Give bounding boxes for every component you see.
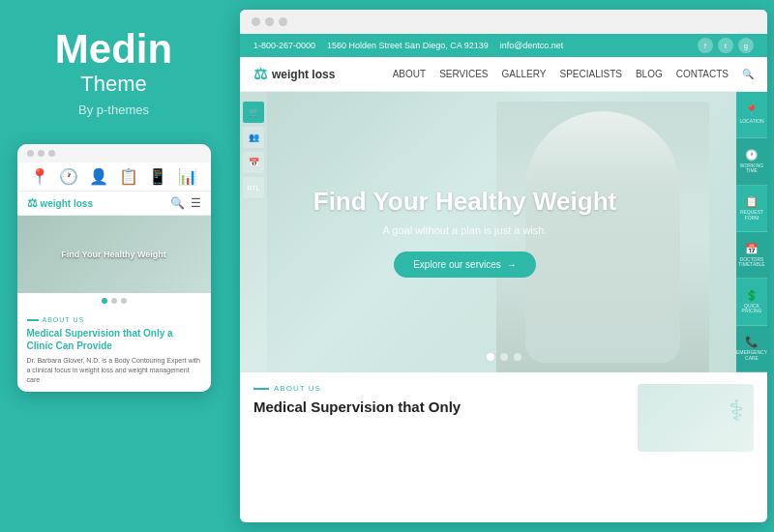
search-icon[interactable]: 🔍 (170, 196, 185, 210)
clock-icon: 🕐 (59, 167, 78, 186)
menu-icon[interactable]: ☰ (191, 196, 201, 210)
mobile-slide-dots (17, 293, 211, 309)
site-top-bar-right: f t g (698, 38, 754, 53)
brand-author: By p-themes (78, 103, 149, 117)
clipboard-icon: 📋 (119, 167, 138, 186)
nav-about[interactable]: ABOUT (393, 69, 426, 79)
mobile-logo: ⚖ weight loss (27, 196, 93, 210)
below-hero-image: ⚕ (638, 384, 754, 452)
clock-icon: 🕐 (745, 149, 759, 162)
nav-contacts[interactable]: CONTACTS (676, 69, 729, 79)
mobile-dot-2 (38, 150, 45, 157)
toolbar-cart[interactable]: 🛒 (243, 102, 264, 123)
below-hero-about-label: About us (253, 384, 624, 393)
address-info: 1560 Holden Street San Diego, CA 92139 (327, 41, 489, 50)
mobile-about-label: About us (27, 316, 201, 323)
search-icon[interactable]: 🔍 (742, 69, 754, 79)
mobile-nav-icons: 🔍 ☰ (170, 196, 201, 210)
left-panel: Medin Theme By p-themes 📍 🕐 👤 📋 📱 📊 ⚖ we… (0, 0, 227, 532)
nav-services[interactable]: SERVICES (439, 69, 488, 79)
phone-info: 1-800-267-0000 (253, 41, 315, 50)
site-below-hero: About us Medical Supervision that Only ⚕ (240, 372, 767, 463)
site-logo: ⚖ weight loss (253, 65, 335, 83)
nav-specialists[interactable]: SPECIALISTS (559, 69, 621, 79)
hero-dot-3[interactable] (514, 353, 521, 361)
hero-left-toolbar: 🛒 👥 📅 RTL (240, 92, 267, 372)
pricing-icon: 💲 (745, 289, 759, 302)
mobile-dot-3 (48, 150, 55, 157)
toolbar-people[interactable]: 👥 (243, 127, 264, 148)
browser-top-bar (240, 10, 767, 34)
nav-blog[interactable]: BLOG (636, 69, 663, 79)
twitter-icon[interactable]: t (718, 38, 733, 53)
site-top-bar: 1-800-267-0000 1560 Holden Street San Di… (240, 34, 767, 57)
browser-dot-2 (265, 17, 274, 26)
mobile-about-desc: Dr. Barbara Glover, N.D. is a Body Conto… (27, 356, 201, 384)
below-hero-title: Medical Supervision that Only (253, 398, 624, 417)
browser-dot-3 (279, 17, 287, 26)
mobile-hero-text: Find Your Healthy Weight (61, 250, 166, 259)
site-top-bar-left: 1-800-267-0000 1560 Holden Street San Di… (253, 41, 563, 50)
location-icon: 📍 (30, 167, 49, 186)
toolbar-calendar[interactable]: 📅 (243, 152, 264, 173)
hero-dot-1[interactable] (487, 353, 494, 361)
mobile-about-section: About us Medical Supervision that Only a… (17, 309, 211, 392)
mobile-dot-1 (27, 150, 34, 157)
location-icon: 📍 (745, 104, 759, 117)
chart-icon: 📊 (178, 167, 197, 186)
hero-slide-dots (487, 353, 521, 361)
sidebar-timetable[interactable]: 📅 DOCTORS TIMETABLE (736, 232, 767, 279)
slide-dot-3[interactable] (121, 298, 127, 304)
slide-dot-2[interactable] (111, 298, 117, 304)
sidebar-emergency[interactable]: 📞 EMERGENCY CARE (736, 326, 767, 372)
browser-dot-1 (252, 17, 260, 26)
form-icon: 📋 (745, 195, 759, 208)
slide-dot-1[interactable] (102, 298, 107, 304)
nav-gallery[interactable]: GALLERY (502, 69, 547, 79)
below-hero-content: About us Medical Supervision that Only (253, 384, 624, 452)
mobile-mockup: 📍 🕐 👤 📋 📱 📊 ⚖ weight loss 🔍 ☰ Find Your … (17, 144, 211, 392)
mobile-icons-row: 📍 🕐 👤 📋 📱 📊 (17, 163, 211, 192)
sidebar-working-time[interactable]: 🕐 WORKING TIME (736, 138, 767, 185)
site-nav: ABOUT SERVICES GALLERY SPECIALISTS BLOG … (393, 69, 754, 79)
phone-icon: 📱 (148, 167, 167, 186)
google-icon[interactable]: g (738, 38, 754, 53)
toolbar-rtl[interactable]: RTL (243, 177, 264, 198)
explore-services-button[interactable]: Explore our services (394, 251, 536, 278)
site-header: ⚖ weight loss ABOUT SERVICES GALLERY SPE… (240, 57, 767, 92)
calendar-icon: 📅 (745, 243, 759, 255)
hero-subtitle: A goal without a plan is just a wish. (313, 224, 616, 236)
dna-icon: ⚕ (729, 394, 744, 428)
logo-icon: ⚖ (253, 65, 267, 83)
facebook-icon[interactable]: f (698, 38, 713, 53)
brand-title: Medin (55, 29, 172, 70)
email-info: info@dentco.net (500, 41, 564, 50)
hero-right-sidebar: 📍 LOCATION 🕐 WORKING TIME 📋 REQUEST FORM… (736, 92, 767, 372)
hero-title: Find Your Healthy Weight (313, 187, 616, 217)
mobile-top-bar (17, 144, 211, 163)
sidebar-request-form[interactable]: 📋 REQUEST FORM (736, 186, 767, 232)
mobile-about-title: Medical Supervision that Only a Clinic C… (27, 327, 201, 352)
hero-content: Find Your Healthy Weight A goal without … (313, 187, 616, 278)
phone-icon: 📞 (745, 336, 759, 348)
user-icon: 👤 (89, 167, 108, 186)
site-hero: 🛒 👥 📅 RTL Find Your Healthy Weight A goa… (240, 92, 767, 372)
brand-subtitle: Theme (80, 72, 146, 97)
browser-mockup: 1-800-267-0000 1560 Holden Street San Di… (240, 10, 767, 522)
sidebar-pricing[interactable]: 💲 QUICK PRICING (736, 279, 767, 325)
hero-dot-2[interactable] (500, 353, 508, 361)
mobile-nav: ⚖ weight loss 🔍 ☰ (17, 192, 211, 216)
sidebar-location[interactable]: 📍 LOCATION (736, 92, 767, 138)
mobile-hero: Find Your Healthy Weight (17, 216, 211, 293)
